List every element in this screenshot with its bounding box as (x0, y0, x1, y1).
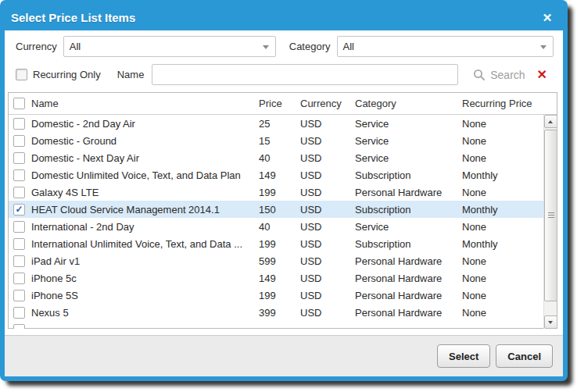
table-row[interactable]: Nexus 5399USDPersonal HardwareNone (9, 304, 543, 321)
cell-name: iPhone 5c (31, 273, 259, 284)
currency-select[interactable]: All (63, 36, 276, 57)
row-checkbox[interactable] (13, 221, 25, 233)
cell-currency: USD (300, 255, 355, 267)
row-checkbox[interactable] (13, 169, 25, 181)
table-row[interactable]: ✓HEAT Cloud Service Management 2014.1150… (9, 201, 543, 218)
row-checkbox[interactable]: ✓ (13, 204, 25, 216)
scroll-up-icon (548, 120, 553, 123)
cell-price: 199 (259, 187, 300, 198)
row-checkbox[interactable] (13, 290, 25, 301)
cancel-button[interactable]: Cancel (496, 344, 553, 368)
cell-recurring: None (462, 187, 543, 198)
select-price-list-items-dialog: Select Price List Items ✕ Currency All C… (0, 0, 568, 381)
column-header-recurring-price[interactable]: Recurring Price (462, 98, 557, 109)
cell-category: Subscription (355, 238, 462, 250)
currency-label: Currency (16, 41, 57, 52)
cell-price: 199 (259, 238, 300, 250)
recurring-only-checkbox[interactable] (16, 69, 27, 80)
cell-recurring: None (462, 152, 543, 164)
scrollbar-thumb[interactable] (544, 130, 557, 301)
chevron-down-icon (540, 45, 547, 49)
currency-selected-value: All (70, 41, 81, 52)
row-checkbox[interactable] (13, 118, 25, 130)
table-row[interactable]: iPhone 5c149USDPersonal HardwareNone (9, 269, 543, 287)
filter-row-dropdowns: Currency All Category All (5, 36, 563, 57)
row-checkbox[interactable] (13, 255, 25, 267)
category-select[interactable]: All (337, 36, 554, 57)
cell-category: Personal Hardware (355, 307, 462, 319)
cell-name: iPad Air v1 (31, 255, 259, 267)
table-row[interactable]: International Unlimited Voice, Text, and… (9, 235, 543, 252)
cell-price: 40 (259, 221, 300, 233)
select-all-checkbox[interactable] (13, 98, 25, 109)
cell-price: 399 (259, 307, 300, 319)
name-input[interactable] (152, 64, 458, 85)
select-button[interactable]: Select (437, 344, 490, 368)
cell-recurring: None (462, 255, 543, 267)
table-row[interactable]: Domestic - Next Day Air40USDServiceNone (9, 149, 543, 166)
table-row[interactable]: International - 2nd Day40USDServiceNone (9, 218, 543, 235)
cell-name: International - 2nd Day (31, 221, 259, 233)
search-button-label: Search (490, 69, 525, 81)
cell-name: Domestic Unlimited Voice, Text, and Data… (31, 169, 259, 181)
search-button[interactable]: Search (473, 69, 525, 81)
scroll-down-button[interactable] (544, 315, 557, 329)
price-list-table: Name Price Currency Category Recurring P… (8, 92, 557, 329)
cell-currency: USD (300, 290, 355, 301)
chevron-down-icon (263, 45, 269, 49)
row-checkbox[interactable] (13, 135, 25, 147)
cell-currency: USD (300, 152, 355, 164)
cell-name: Domestic - Ground (31, 135, 259, 147)
dialog-footer: Select Cancel (5, 335, 563, 376)
dialog-title-bar: Select Price List Items ✕ (5, 5, 563, 30)
cell-price: 199 (259, 290, 300, 301)
scroll-up-button[interactable] (544, 115, 557, 128)
scroll-down-icon (548, 321, 553, 324)
scrollbar-grip-icon (548, 212, 554, 219)
cell-category: Service (355, 135, 462, 147)
table-row[interactable]: iPad Air v1599USDPersonal HardwareNone (9, 252, 543, 269)
row-checkbox[interactable] (13, 187, 25, 198)
cell-name: HEAT Cloud Service Management 2014.1 (31, 204, 259, 216)
vertical-scrollbar[interactable] (543, 115, 557, 329)
table-row[interactable]: Domestic - Ground15USDServiceNone (9, 132, 543, 149)
row-checkbox[interactable] (13, 307, 25, 319)
column-header-name[interactable]: Name (31, 98, 259, 109)
table-row[interactable]: Galaxy 4S LTE199USDPersonal HardwareNone (9, 184, 543, 201)
cell-name: International Unlimited Voice, Text, and… (31, 238, 259, 250)
cell-currency: USD (300, 135, 355, 147)
row-checkbox[interactable] (13, 324, 25, 330)
column-header-category[interactable]: Category (355, 98, 462, 109)
row-checkbox[interactable] (13, 152, 25, 164)
category-selected-value: All (343, 41, 354, 52)
cell-category: Service (355, 118, 462, 130)
cell-currency: USD (300, 118, 355, 130)
column-header-currency[interactable]: Currency (300, 98, 355, 109)
cell-name: iPhone 5S (31, 290, 259, 301)
cell-price: 40 (259, 152, 300, 164)
cell-recurring: Monthly (462, 169, 543, 181)
cell-currency: USD (300, 169, 355, 181)
table-row-partial[interactable] (9, 321, 543, 329)
cell-price: 15 (259, 135, 300, 147)
close-icon[interactable]: ✕ (539, 11, 555, 25)
clear-search-icon[interactable]: ✕ (537, 69, 547, 81)
cell-price: 599 (259, 255, 300, 267)
cell-name: Domestic - Next Day Air (31, 152, 259, 164)
cell-category: Subscription (355, 169, 462, 181)
cell-currency: USD (300, 307, 355, 319)
row-checkbox[interactable] (13, 238, 25, 250)
table-row[interactable]: Domestic Unlimited Voice, Text, and Data… (9, 166, 543, 184)
column-header-price[interactable]: Price (259, 98, 300, 109)
dialog-body: Currency All Category All Recurring Only… (5, 30, 563, 335)
cell-category: Personal Hardware (355, 273, 462, 284)
table-row[interactable]: iPhone 5S199USDPersonal HardwareNone (9, 287, 543, 304)
cell-price: 149 (259, 169, 300, 181)
recurring-only-label: Recurring Only (33, 69, 101, 80)
cell-category: Personal Hardware (355, 290, 462, 301)
row-checkbox[interactable] (13, 273, 25, 284)
cell-name: Domestic - 2nd Day Air (31, 118, 259, 130)
table-row[interactable]: Domestic - 2nd Day Air25USDServiceNone (9, 115, 543, 132)
cell-currency: USD (300, 221, 355, 233)
cell-currency: USD (300, 204, 355, 216)
